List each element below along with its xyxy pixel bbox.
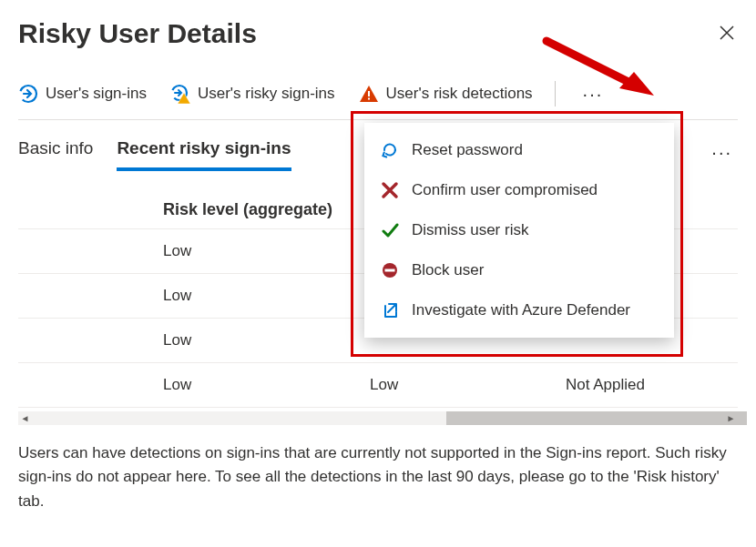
warning-icon (359, 84, 379, 104)
context-menu: Reset password Confirm user compromised … (364, 123, 674, 338)
toolbar-risky-sign-ins[interactable]: User's risky sign-ins (170, 84, 335, 104)
menu-confirm-compromised-label: Confirm user compromised (412, 181, 598, 199)
menu-reset-password[interactable]: Reset password (364, 130, 674, 170)
cell-risk-agg: Low (159, 287, 364, 305)
cell-time (18, 242, 159, 260)
menu-block-user-label: Block user (412, 261, 484, 279)
toolbar-risk-detections-label: User's risk detections (386, 85, 533, 103)
cell-risk-agg: Low (159, 376, 364, 394)
check-green-icon (381, 221, 399, 239)
signin-arrow-icon (18, 84, 38, 104)
tab-recent-risky-sign-ins[interactable]: Recent risky sign-ins (117, 133, 291, 171)
cell-risk-agg: Low (159, 331, 364, 349)
menu-dismiss-risk[interactable]: Dismiss user risk (364, 210, 674, 250)
risky-signin-icon (170, 84, 190, 104)
menu-investigate-defender[interactable]: Investigate with Azure Defender (364, 290, 674, 330)
menu-block-user[interactable]: Block user (364, 250, 674, 290)
svg-rect-2 (368, 91, 370, 96)
svg-rect-5 (385, 269, 395, 272)
block-icon (381, 261, 399, 279)
tab-basic-info[interactable]: Basic info (18, 133, 93, 171)
toolbar-sign-ins[interactable]: User's sign-ins (18, 84, 147, 104)
scroll-left-icon: ◄ (18, 411, 32, 425)
page-title: Risky User Details (18, 18, 257, 49)
cell-status: Not Applied (560, 376, 738, 394)
table-row[interactable]: Low Low Not Applied (18, 363, 738, 408)
info-note: Users can have detections on sign-ins th… (18, 441, 738, 513)
menu-investigate-defender-label: Investigate with Azure Defender (412, 301, 630, 319)
cell-time (18, 331, 159, 349)
external-link-icon (381, 301, 399, 319)
toolbar-separator (555, 81, 556, 106)
close-button[interactable] (716, 18, 738, 49)
toolbar-risky-sign-ins-label: User's risky sign-ins (198, 85, 335, 103)
cell-time (18, 287, 159, 305)
menu-confirm-compromised[interactable]: Confirm user compromised (364, 170, 674, 210)
toolbar-more-button[interactable]: ··· (577, 84, 609, 105)
reset-icon (381, 141, 399, 159)
col-risk-level-aggregate: Risk level (aggregate) (159, 200, 364, 219)
scrollbar-thumb[interactable] (446, 411, 747, 425)
toolbar: User's sign-ins User's risky sign-ins Us… (18, 81, 738, 120)
x-red-icon (381, 181, 399, 199)
cell-risk-agg: Low (159, 242, 364, 260)
menu-dismiss-risk-label: Dismiss user risk (412, 221, 528, 239)
toolbar-risk-detections[interactable]: User's risk detections (359, 84, 533, 104)
tabs-more-button[interactable]: ··· (706, 142, 738, 163)
tabs: Basic info Recent risky sign-ins (18, 133, 291, 171)
cell-time (18, 376, 159, 394)
scroll-right-icon: ► (724, 411, 738, 425)
menu-reset-password-label: Reset password (412, 141, 523, 159)
svg-rect-3 (368, 98, 370, 100)
toolbar-sign-ins-label: User's sign-ins (46, 85, 147, 103)
horizontal-scrollbar[interactable]: ◄ ► (18, 411, 738, 425)
close-icon (720, 25, 734, 40)
cell-risk-rt: Low (364, 376, 560, 394)
